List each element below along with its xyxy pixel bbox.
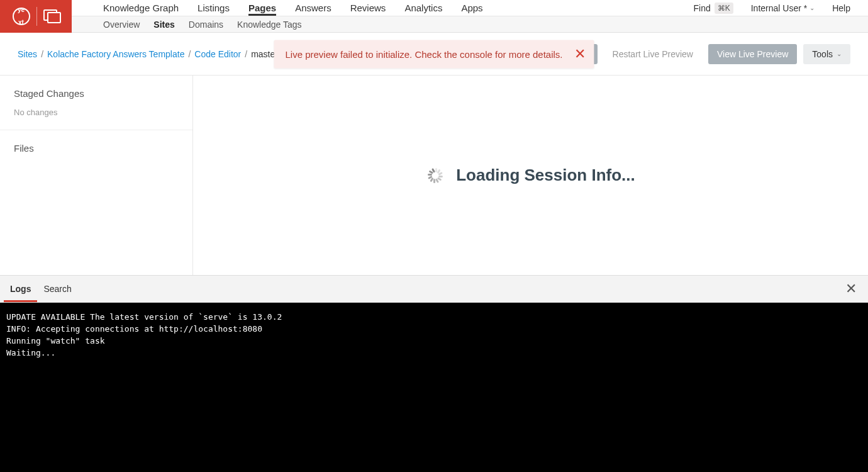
restart-live-preview-button[interactable]: Restart Live Preview — [604, 44, 702, 64]
panel-tab-logs[interactable]: Logs — [4, 276, 37, 302]
subnav-item-sites[interactable]: Sites — [153, 20, 174, 30]
find-button[interactable]: Find ⌘K — [693, 3, 733, 14]
staged-changes-title: Staged Changes — [14, 88, 179, 99]
files-section: Files — [0, 130, 192, 175]
staged-changes-section: Staged Changes No changes — [0, 76, 192, 130]
brand-logo[interactable]: yext — [0, 0, 72, 33]
breadcrumb: Sites/Kolache Factory Answers Template/C… — [18, 49, 278, 59]
main-area: Staged Changes No changes Files Loading … — [0, 76, 868, 275]
chevron-down-icon: ⌄ — [810, 4, 815, 11]
breadcrumb-separator: / — [245, 49, 247, 59]
nav-right: Find ⌘K Internal User * ⌄ Help — [693, 3, 868, 14]
subnav-item-overview[interactable]: Overview — [103, 20, 140, 30]
nav-item-pages[interactable]: Pages — [248, 0, 276, 16]
nav-item-knowledge-graph[interactable]: Knowledge Graph — [103, 0, 179, 16]
pages-icon — [43, 9, 60, 23]
error-toast: Live preview failed to initialize. Check… — [274, 40, 594, 68]
files-title: Files — [14, 143, 179, 154]
logo-divider — [36, 7, 37, 26]
loading-text: Loading Session Info... — [456, 166, 635, 185]
tools-label: Tools — [812, 49, 833, 59]
error-toast-message: Live preview failed to initialize. Check… — [285, 48, 562, 59]
subnav-item-domains[interactable]: Domains — [189, 20, 223, 30]
subnav-item-knowledge-tags[interactable]: Knowledge Tags — [237, 20, 301, 30]
console-output[interactable]: UPDATE AVAILABLE The latest version of `… — [0, 303, 868, 472]
yext-logo-icon: yext — [13, 8, 30, 25]
user-menu[interactable]: Internal User * ⌄ — [751, 3, 815, 13]
sidebar: Staged Changes No changes Files — [0, 76, 193, 275]
staged-changes-empty: No changes — [14, 108, 179, 117]
nav-item-listings[interactable]: Listings — [198, 0, 230, 16]
view-live-preview-button[interactable]: View Live Preview — [708, 44, 797, 64]
loading-indicator: Loading Session Info... — [426, 166, 635, 185]
breadcrumb-kolache-factory-answers-template[interactable]: Kolache Factory Answers Template — [47, 49, 184, 59]
breadcrumb-separator: / — [41, 49, 43, 59]
chevron-down-icon: ⌄ — [837, 50, 842, 57]
primary-nav: Knowledge GraphListingsPagesAnswersRevie… — [0, 0, 868, 16]
bottom-panel-tabs: LogsSearch✕ — [0, 275, 868, 303]
header: yext Knowledge GraphListingsPagesAnswers… — [0, 0, 868, 33]
help-link[interactable]: Help — [832, 3, 850, 13]
breadcrumb-code-editor[interactable]: Code Editor — [194, 49, 241, 59]
find-kbd: ⌘K — [715, 3, 733, 14]
preview-pane: Loading Session Info... — [193, 76, 868, 275]
close-icon[interactable]: ✕ — [574, 46, 586, 62]
toolbar-row: Sites/Kolache Factory Answers Template/C… — [0, 33, 868, 76]
nav-item-apps[interactable]: Apps — [461, 0, 482, 16]
close-icon[interactable]: ✕ — [838, 281, 864, 297]
breadcrumb-separator: / — [188, 49, 191, 59]
nav-item-reviews[interactable]: Reviews — [350, 0, 386, 16]
find-label: Find — [693, 3, 710, 13]
nav-item-answers[interactable]: Answers — [295, 0, 331, 16]
nav-item-analytics[interactable]: Analytics — [404, 0, 442, 16]
panel-tab-search[interactable]: Search — [37, 276, 77, 302]
user-label: Internal User * — [751, 3, 807, 13]
breadcrumb-sites[interactable]: Sites — [18, 49, 37, 59]
tools-dropdown[interactable]: Tools ⌄ — [803, 44, 850, 64]
secondary-nav: OverviewSitesDomainsKnowledge Tags — [0, 16, 868, 33]
spinner-icon — [426, 166, 445, 185]
